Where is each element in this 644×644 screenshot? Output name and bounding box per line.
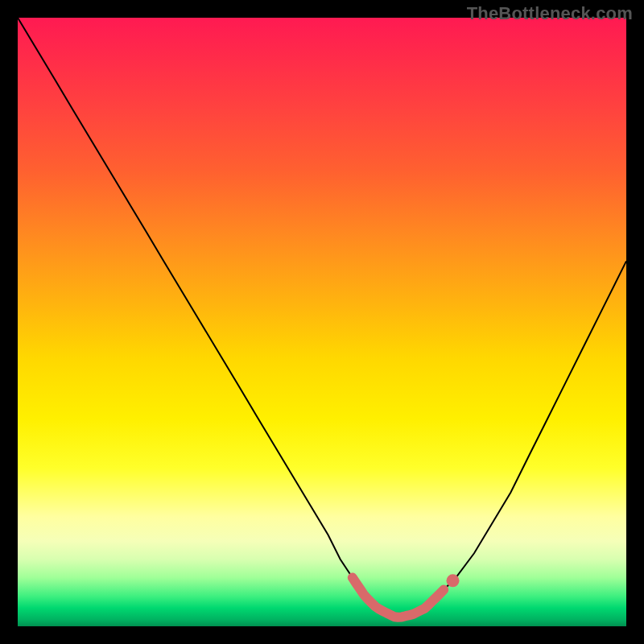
optimal-point-marker (447, 574, 460, 587)
optimal-range-highlight (353, 578, 444, 617)
chart-frame: TheBottleneck.com (0, 0, 644, 644)
curve-layer (18, 18, 626, 626)
plot-area (18, 18, 626, 626)
watermark-text: TheBottleneck.com (467, 3, 633, 24)
bottleneck-curve (18, 18, 626, 617)
